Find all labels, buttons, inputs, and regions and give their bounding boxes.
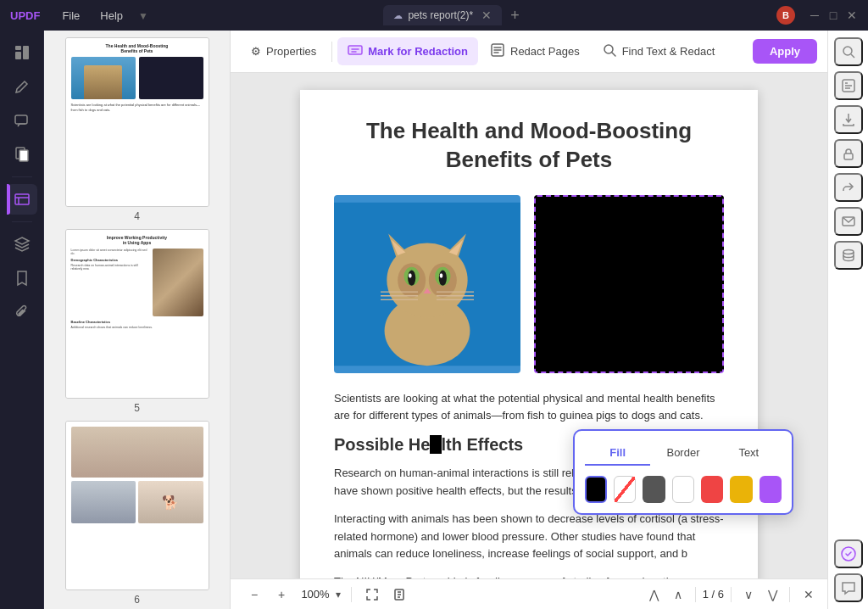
- tool-divider-2: [12, 221, 32, 222]
- page-display: 1 / 6: [703, 588, 724, 601]
- minimize-button[interactable]: ─: [809, 9, 821, 21]
- swatch-darkgray[interactable]: [643, 476, 665, 503]
- user-avatar[interactable]: B: [776, 6, 795, 25]
- thumb-img-4: The Health and Mood-BoostingBenefits of …: [65, 37, 209, 207]
- para-1: Scientists are looking at what the poten…: [334, 390, 724, 426]
- page-navigation: ⋀ ∧ 1 / 6 ∨ ⋁ ✕: [644, 584, 814, 605]
- zoom-dropdown[interactable]: ▾: [336, 589, 341, 601]
- border-tab[interactable]: Border: [650, 441, 715, 466]
- main-layout: The Health and Mood-BoostingBenefits of …: [0, 31, 868, 609]
- close-button[interactable]: ✕: [846, 9, 858, 21]
- text-tab[interactable]: Text: [716, 441, 782, 466]
- file-menu[interactable]: File: [53, 8, 88, 24]
- export-button[interactable]: [834, 105, 863, 134]
- find-text-redact-button[interactable]: Find Text & Redact: [592, 37, 726, 65]
- svg-point-25: [439, 270, 447, 285]
- thumbnail-6[interactable]: 🐕 6: [51, 421, 223, 606]
- apply-button[interactable]: Apply: [753, 39, 817, 64]
- toolbar-divider-1: [331, 42, 332, 62]
- svg-point-39: [843, 47, 852, 55]
- app-logo: UPDF: [10, 9, 40, 22]
- doc-images: [334, 195, 724, 373]
- comment-tool-button[interactable]: [7, 105, 37, 136]
- current-tab[interactable]: ☁ pets report(2)* ✕: [383, 5, 502, 25]
- search-button[interactable]: [834, 37, 863, 66]
- close-nav-button[interactable]: ✕: [804, 588, 814, 601]
- svg-point-27: [440, 273, 443, 278]
- zoom-out-button[interactable]: −: [244, 584, 264, 605]
- swatch-transparent[interactable]: [614, 476, 636, 503]
- bottom-divider-1: [351, 587, 352, 602]
- bottom-divider-4: [789, 587, 790, 602]
- find-icon: [602, 42, 617, 60]
- toolbar: ⚙ Properties Mark for Redaction Redact P…: [231, 31, 827, 73]
- bottom-divider-2: [695, 587, 696, 602]
- svg-rect-2: [23, 46, 29, 59]
- redact-tool-button[interactable]: [7, 184, 37, 215]
- doc-title: The Health and Mood-Boosting Benefits of…: [334, 117, 724, 175]
- thumbnail-5[interactable]: Improve Working Productivityin Using App…: [51, 229, 223, 414]
- share-button[interactable]: [834, 173, 863, 202]
- tool-divider-1: [12, 176, 32, 177]
- zoom-value: 100%: [298, 588, 332, 601]
- attachment-tool-button[interactable]: [7, 297, 37, 327]
- swatch-purple[interactable]: [760, 476, 782, 503]
- tab-title: pets report(2)*: [408, 9, 473, 21]
- pages-tool-button[interactable]: [7, 139, 37, 170]
- view-tool-button[interactable]: [7, 37, 37, 68]
- help-menu[interactable]: Help: [92, 8, 131, 24]
- right-sidebar: [827, 31, 868, 609]
- swatch-red[interactable]: [701, 476, 723, 503]
- swatch-white[interactable]: [672, 476, 694, 503]
- para-3: Interacting with animals has been shown …: [334, 511, 724, 563]
- maximize-button[interactable]: □: [827, 9, 839, 21]
- window-controls: ─ □ ✕: [809, 9, 858, 21]
- chat-button[interactable]: [834, 573, 863, 602]
- last-page-button[interactable]: ⋁: [762, 584, 782, 605]
- prev-page-button[interactable]: ∧: [668, 584, 688, 605]
- thumb-img-6: 🐕: [65, 421, 209, 590]
- color-swatches: [585, 476, 782, 503]
- svg-rect-6: [15, 194, 29, 204]
- left-sidebar: [0, 31, 44, 609]
- bookmark-tool-button[interactable]: [7, 263, 37, 293]
- redacted-image[interactable]: [534, 195, 724, 373]
- swatch-black[interactable]: [585, 476, 607, 503]
- properties-icon: ⚙: [251, 45, 261, 58]
- mark-redaction-button[interactable]: Mark for Redaction: [337, 37, 478, 65]
- fill-tab[interactable]: Fill: [585, 441, 650, 466]
- next-page-button[interactable]: ∨: [738, 584, 759, 605]
- color-picker-popup: Fill Border Text: [573, 429, 793, 515]
- fit-width-button[interactable]: [362, 584, 382, 605]
- first-page-button[interactable]: ⋀: [644, 584, 665, 605]
- properties-button[interactable]: ⚙ Properties: [241, 40, 326, 63]
- content-area: The Health and Mood-Boosting Benefits of…: [231, 73, 827, 578]
- fit-page-button[interactable]: [389, 584, 409, 605]
- svg-rect-1: [15, 52, 21, 59]
- mail-button[interactable]: [834, 207, 863, 236]
- bottom-divider-3: [731, 587, 732, 602]
- thumb-label-6: 6: [134, 594, 140, 606]
- titlebar-menu: File Help: [53, 8, 131, 24]
- active-indicator: [7, 184, 10, 215]
- titlebar-spacer: ▼: [138, 8, 376, 23]
- zoom-in-button[interactable]: +: [271, 584, 292, 605]
- new-tab-button[interactable]: +: [505, 7, 525, 25]
- svg-point-43: [843, 250, 854, 254]
- swatch-yellow[interactable]: [730, 476, 752, 503]
- toolbar-left: ⚙ Properties Mark for Redaction Redact P…: [241, 37, 725, 65]
- lock-button[interactable]: [834, 139, 863, 168]
- redact-pages-button[interactable]: Redact Pages: [480, 37, 590, 65]
- database-button[interactable]: [834, 241, 863, 270]
- redaction-fill: [536, 197, 722, 372]
- thumb-label-4: 4: [134, 210, 140, 222]
- titlebar: UPDF File Help ▼ ☁ pets report(2)* ✕ + B…: [0, 0, 868, 31]
- svg-rect-5: [19, 150, 28, 161]
- edit-tool-button[interactable]: [7, 71, 37, 102]
- thumbnail-4[interactable]: The Health and Mood-BoostingBenefits of …: [51, 37, 223, 222]
- layers-tool-button[interactable]: [7, 229, 37, 260]
- ai-button[interactable]: [834, 539, 863, 568]
- cloud-icon: ☁: [393, 10, 403, 21]
- ocr-button[interactable]: [834, 71, 863, 100]
- tab-close-button[interactable]: ✕: [481, 8, 492, 22]
